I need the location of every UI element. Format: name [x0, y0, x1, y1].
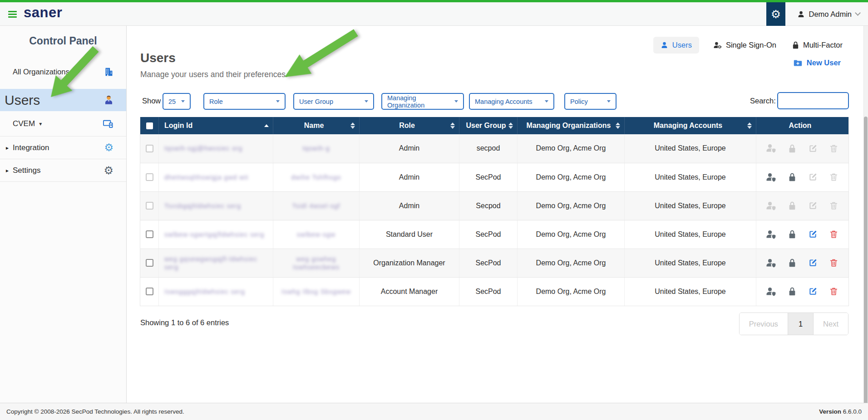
name-cell: Iswhg Ilbsg Sbsgwew	[273, 277, 360, 306]
lock-button[interactable]	[787, 259, 798, 267]
org-selector[interactable]: All Organizations ▾	[0, 63, 126, 80]
managing-organizations-cell: Demo Org, Acme Org	[518, 134, 625, 163]
user-shield-button[interactable]	[766, 230, 777, 239]
managing-accounts-cell: United States, Europe	[625, 163, 756, 191]
settings-gear-button[interactable]: ⚙	[766, 2, 785, 26]
footer: Copyright © 2008-2026 SecPod Technologie…	[0, 403, 868, 420]
sidebar-title: Control Panel	[0, 35, 126, 47]
menu-icon[interactable]	[8, 10, 17, 19]
role-cell: Admin	[360, 134, 459, 163]
row-checkbox[interactable]	[146, 202, 153, 210]
role-cell: Standard User	[360, 220, 459, 249]
table-header-row: Login IdNameRoleUser GroupManaging Organ…	[140, 117, 849, 134]
lock-button	[787, 201, 798, 210]
filter-managing-organization[interactable]: Managing Organization	[381, 93, 464, 110]
scrollbar-track[interactable]	[863, 26, 868, 420]
user-icon	[797, 10, 805, 18]
scrollbar-thumb[interactable]	[864, 117, 868, 420]
edit-button[interactable]	[808, 230, 819, 239]
user-key-icon	[713, 41, 722, 49]
edit-button[interactable]	[808, 259, 819, 267]
sort-both-icon	[616, 122, 620, 129]
name-cell-redacted: weg gswheg Iswhseecbews	[293, 255, 340, 271]
managing-organizations-cell: Demo Org, Acme Org	[518, 249, 625, 277]
delete-button	[829, 201, 839, 210]
lock-icon	[792, 41, 799, 49]
action-cell	[756, 134, 849, 163]
name-cell-redacted: tqswih-g	[302, 145, 330, 152]
row-checkbox[interactable]	[146, 288, 153, 295]
user-group-cell: Secpod	[459, 191, 518, 220]
page-size-select[interactable]: 25	[163, 93, 191, 110]
integration-gear-icon: ⚙	[104, 142, 113, 154]
sidebar-item-settings[interactable]: ▸ Settings ⚙	[0, 159, 126, 182]
sort-both-icon	[508, 122, 513, 129]
current-page-button[interactable]: 1	[788, 313, 814, 335]
user-menu[interactable]: Demo Admin	[797, 2, 860, 26]
table-row: tqswih-sgj@hwvsiec orgtqswih-gAdminsecpo…	[140, 134, 849, 163]
row-checkbox[interactable]	[146, 145, 153, 152]
select-all-checkbox[interactable]	[146, 122, 153, 129]
managing-organizations-cell: Demo Org, Acme Org	[518, 191, 625, 220]
select-all-header[interactable]	[140, 117, 159, 134]
action-cell	[756, 220, 849, 249]
caret-down-icon	[181, 100, 185, 103]
column-header-user-group[interactable]: User Group	[459, 117, 518, 134]
column-header-login-id[interactable]: Login Id	[159, 117, 273, 134]
filter-managing-accounts[interactable]: Managing Accounts	[469, 93, 554, 110]
users-table: Login IdNameRoleUser GroupManaging Organ…	[140, 117, 848, 306]
search-input[interactable]	[777, 92, 849, 109]
caret-down-icon: ▾	[74, 68, 76, 75]
delete-button[interactable]	[829, 259, 839, 267]
caret-down-icon	[607, 100, 611, 103]
table-row: Iswsgggqjhldwhsiec sergIswhg Ilbsg Sbsgw…	[140, 277, 849, 306]
building-icon	[104, 67, 113, 77]
sidebar-item-integration[interactable]: ▸ Integration ⚙	[0, 137, 126, 159]
name-cell-redacted: swlbew-sgw	[297, 231, 335, 238]
table-row: swlbew-sgwrtgqjfldwhsiec sergswlbew-sgwS…	[140, 220, 849, 249]
lock-button[interactable]	[787, 173, 798, 181]
user-shield-button[interactable]	[766, 173, 777, 182]
sidebar-item-users[interactable]: Users	[0, 89, 126, 111]
sidebar-item-cvem[interactable]: CVEM ▾	[0, 111, 126, 137]
column-header-role[interactable]: Role	[360, 117, 459, 134]
managing-organizations-cell: Demo Org, Acme Org	[518, 220, 625, 249]
row-checkbox[interactable]	[146, 230, 153, 238]
filter-policy[interactable]: Policy	[564, 93, 616, 110]
delete-button	[829, 144, 839, 153]
delete-button[interactable]	[829, 287, 839, 296]
tab-users[interactable]: Users	[653, 37, 699, 54]
role-cell: Account Manager	[360, 277, 459, 306]
filter-user-group[interactable]: User Group	[293, 93, 374, 110]
lock-button[interactable]	[787, 287, 798, 296]
managing-accounts-cell: United States, Europe	[625, 220, 756, 249]
top-accent-bar	[0, 0, 868, 2]
previous-page-button[interactable]: Previous	[740, 313, 788, 335]
name-cell: dwihe Tshfhsgo	[273, 163, 360, 191]
user-group-cell: SecPod	[459, 277, 518, 306]
column-header-name[interactable]: Name	[273, 117, 360, 134]
user-shield-button[interactable]	[766, 287, 777, 296]
name-cell-redacted: Iswhg Ilbsg Sbsgwew	[281, 288, 351, 295]
delete-button[interactable]	[829, 230, 839, 239]
row-checkbox[interactable]	[146, 259, 153, 267]
search-label: Search:	[750, 97, 776, 105]
user-shield-button[interactable]	[766, 259, 777, 268]
edit-button[interactable]	[808, 287, 819, 296]
sort-both-icon	[450, 122, 455, 129]
row-checkbox[interactable]	[146, 173, 153, 181]
gear-icon: ⚙	[771, 8, 781, 21]
column-header-managing-accounts[interactable]: Managing Accounts	[625, 117, 756, 134]
role-cell: Organization Manager	[360, 249, 459, 277]
filter-role[interactable]: Role	[203, 93, 286, 110]
tab-single-sign-on[interactable]: Single Sign-On	[711, 37, 778, 54]
next-page-button[interactable]: Next	[814, 313, 848, 335]
table-row: Tsvsbgqjhldwhsiec sergTsidl 4wsel-sgfAdm…	[140, 191, 849, 220]
tab-multi-factor[interactable]: Multi-Factor	[790, 37, 844, 54]
lock-button[interactable]	[787, 230, 798, 239]
column-header-managing-organizations[interactable]: Managing Organizations	[518, 117, 625, 134]
managing-organizations-cell: Demo Org, Acme Org	[518, 163, 625, 191]
lock-button	[787, 144, 798, 153]
show-label: Show	[142, 97, 161, 105]
new-user-button[interactable]: New User	[794, 59, 841, 67]
